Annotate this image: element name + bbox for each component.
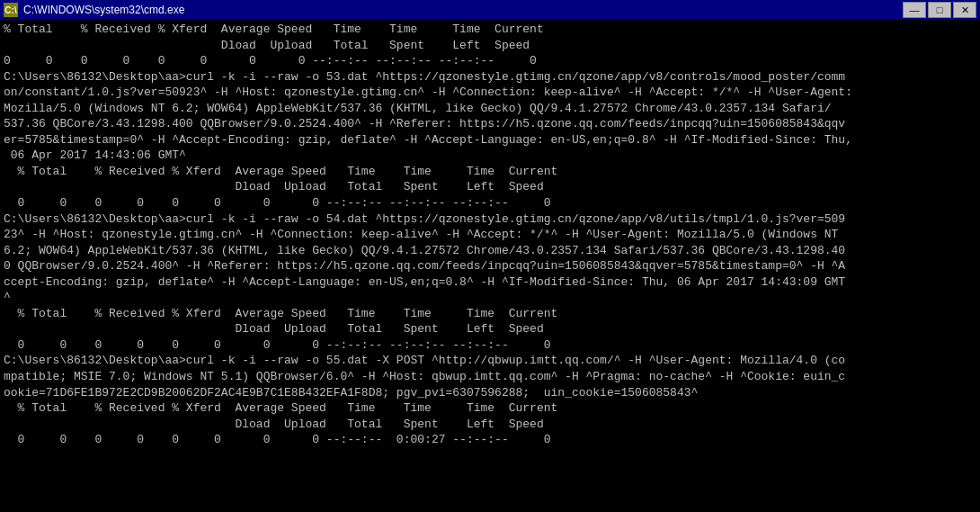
terminal-line: 23^ -H ^Host: qzonestyle.gtimg.cn^ -H ^C… (4, 227, 976, 243)
close-button[interactable]: ✕ (953, 2, 976, 18)
terminal-line: Dload Upload Total Spent Left Speed (4, 38, 976, 54)
title-bar-buttons: — □ ✕ (903, 2, 976, 18)
terminal-line: ookie=71D6FE1B972E2CD9B20062DF2AC4E9B7C1… (4, 385, 976, 401)
terminal-line: 0 QQBrowser/9.0.2524.400^ -H ^Referer: h… (4, 258, 976, 274)
terminal-line: % Total % Received % Xferd Average Speed… (4, 22, 976, 38)
terminal-line: 0 0 0 0 0 0 0 0 --:--:-- 0:00:27 --:--:-… (4, 432, 976, 448)
title-bar-left: C:\ C:\WINDOWS\system32\cmd.exe (4, 3, 184, 17)
terminal-line: Mozilla/5.0 (Windows NT 6.2; WOW64) Appl… (4, 101, 976, 117)
terminal-line: ccept-Encoding: gzip, deflate^ -H ^Accep… (4, 274, 976, 291)
terminal-line: % Total % Received % Xferd Average Speed… (4, 400, 976, 417)
window-title: C:\WINDOWS\system32\cmd.exe (23, 4, 184, 16)
terminal-line: % Total % Received % Xferd Average Speed… (4, 306, 976, 322)
title-bar: C:\ C:\WINDOWS\system32\cmd.exe — □ ✕ (0, 0, 980, 20)
terminal-line: on/constant/1.0.js?ver=50923^ -H ^Host: … (4, 85, 976, 101)
terminal-line: 6.2; WOW64) AppleWebKit/537.36 (KHTML, l… (4, 243, 976, 259)
terminal-content: % Total % Received % Xferd Average Speed… (0, 20, 980, 512)
terminal-line: Dload Upload Total Spent Left Speed (4, 417, 976, 433)
terminal-line: mpatible; MSIE 7.0; Windows NT 5.1) QQBr… (4, 369, 976, 385)
cmd-icon: C:\ (4, 3, 18, 17)
terminal-line: 0 0 0 0 0 0 0 0 --:--:-- --:--:-- --:--:… (4, 195, 976, 211)
terminal-line: 06 Apr 2017 14:43:06 GMT^ (4, 148, 976, 164)
terminal-line: Dload Upload Total Spent Left Speed (4, 179, 976, 195)
maximize-button[interactable]: □ (928, 2, 951, 18)
minimize-button[interactable]: — (903, 2, 926, 18)
terminal-line: ^ (4, 290, 976, 306)
terminal-line: C:\Users\86132\Desktop\aa>curl -k -i --r… (4, 69, 976, 85)
terminal-line: 0 0 0 0 0 0 0 0 --:--:-- --:--:-- --:--:… (4, 53, 976, 69)
terminal-line: er=5785&timestamp=0^ -H ^Accept-Encoding… (4, 132, 976, 148)
terminal-line: 537.36 QBCore/3.43.1298.400 QQBrowser/9.… (4, 116, 976, 132)
terminal-line: % Total % Received % Xferd Average Speed… (4, 164, 976, 180)
window: C:\ C:\WINDOWS\system32\cmd.exe — □ ✕ % … (0, 0, 980, 512)
terminal-line: C:\Users\86132\Desktop\aa>curl -k -i --r… (4, 353, 976, 369)
terminal-line: Dload Upload Total Spent Left Speed (4, 321, 976, 337)
terminal-line: 0 0 0 0 0 0 0 0 --:--:-- --:--:-- --:--:… (4, 337, 976, 354)
terminal-line: C:\Users\86132\Desktop\aa>curl -k -i --r… (4, 211, 976, 228)
